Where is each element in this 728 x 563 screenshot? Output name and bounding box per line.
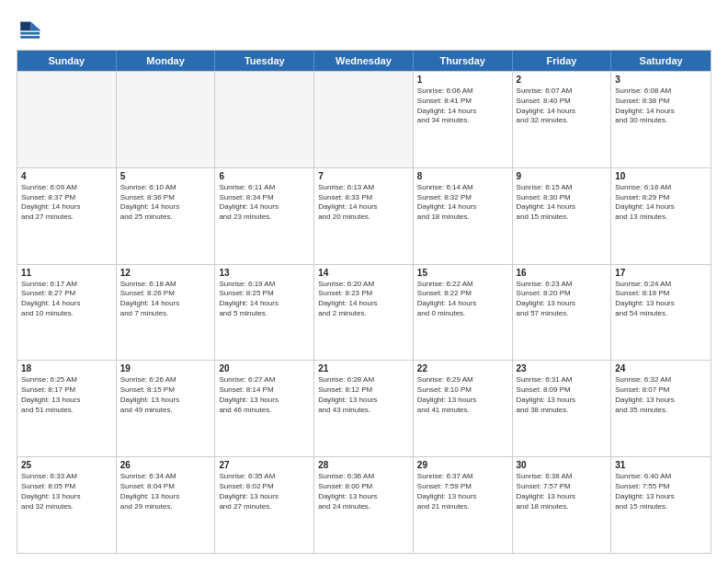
header-day-thursday: Thursday	[414, 51, 513, 71]
empty-cell-0-1	[117, 72, 216, 167]
day-info: Sunrise: 6:24 AM Sunset: 8:18 PM Dayligh…	[615, 280, 707, 319]
day-cell-10: 10Sunrise: 6:16 AM Sunset: 8:29 PM Dayli…	[611, 168, 711, 264]
day-number: 26	[120, 460, 211, 470]
day-info: Sunrise: 6:32 AM Sunset: 8:07 PM Dayligh…	[615, 375, 707, 415]
day-number: 30	[517, 460, 608, 470]
day-cell-29: 29Sunrise: 6:37 AM Sunset: 7:59 PM Dayli…	[414, 457, 513, 553]
day-info: Sunrise: 6:11 AM Sunset: 8:34 PM Dayligh…	[219, 183, 310, 223]
header-day-sunday: Sunday	[17, 51, 117, 71]
calendar-row-4: 25Sunrise: 6:33 AM Sunset: 8:05 PM Dayli…	[17, 456, 711, 553]
day-number: 17	[615, 268, 707, 278]
day-cell-30: 30Sunrise: 6:38 AM Sunset: 7:57 PM Dayli…	[513, 457, 612, 553]
day-number: 18	[21, 363, 112, 373]
empty-cell-0-2	[215, 72, 314, 167]
day-cell-20: 20Sunrise: 6:27 AM Sunset: 8:14 PM Dayli…	[215, 361, 314, 456]
day-info: Sunrise: 6:33 AM Sunset: 8:05 PM Dayligh…	[21, 472, 112, 511]
day-cell-16: 16Sunrise: 6:23 AM Sunset: 8:20 PM Dayli…	[513, 265, 612, 361]
day-number: 9	[517, 171, 608, 181]
day-cell-19: 19Sunrise: 6:26 AM Sunset: 8:15 PM Dayli…	[117, 361, 216, 456]
day-info: Sunrise: 6:10 AM Sunset: 8:36 PM Dayligh…	[120, 183, 211, 223]
calendar-row-2: 11Sunrise: 6:17 AM Sunset: 8:27 PM Dayli…	[17, 264, 711, 361]
logo	[17, 17, 46, 42]
day-cell-4: 4Sunrise: 6:09 AM Sunset: 8:37 PM Daylig…	[17, 168, 117, 264]
day-number: 25	[21, 460, 112, 470]
day-info: Sunrise: 6:38 AM Sunset: 7:57 PM Dayligh…	[517, 472, 608, 511]
day-info: Sunrise: 6:34 AM Sunset: 8:04 PM Dayligh…	[120, 472, 211, 511]
day-number: 23	[517, 363, 608, 373]
calendar-header: SundayMondayTuesdayWednesdayThursdayFrid…	[17, 51, 711, 71]
day-cell-23: 23Sunrise: 6:31 AM Sunset: 8:09 PM Dayli…	[513, 361, 612, 456]
day-number: 27	[219, 460, 310, 470]
day-number: 22	[417, 363, 508, 373]
day-info: Sunrise: 6:08 AM Sunset: 8:38 PM Dayligh…	[615, 86, 707, 126]
day-info: Sunrise: 6:14 AM Sunset: 8:32 PM Dayligh…	[417, 183, 508, 223]
day-info: Sunrise: 6:23 AM Sunset: 8:20 PM Dayligh…	[517, 280, 608, 319]
day-cell-27: 27Sunrise: 6:35 AM Sunset: 8:02 PM Dayli…	[215, 457, 314, 553]
day-cell-11: 11Sunrise: 6:17 AM Sunset: 8:27 PM Dayli…	[17, 265, 117, 361]
day-cell-9: 9Sunrise: 6:15 AM Sunset: 8:30 PM Daylig…	[513, 168, 612, 264]
day-cell-12: 12Sunrise: 6:18 AM Sunset: 8:26 PM Dayli…	[117, 265, 216, 361]
day-cell-6: 6Sunrise: 6:11 AM Sunset: 8:34 PM Daylig…	[215, 168, 314, 264]
day-number: 31	[615, 460, 707, 470]
day-cell-18: 18Sunrise: 6:25 AM Sunset: 8:17 PM Dayli…	[17, 361, 117, 456]
day-number: 8	[417, 171, 508, 181]
day-cell-7: 7Sunrise: 6:13 AM Sunset: 8:33 PM Daylig…	[314, 168, 414, 264]
svg-rect-3	[20, 32, 40, 35]
day-number: 6	[219, 171, 310, 181]
day-number: 5	[120, 171, 211, 181]
day-number: 21	[318, 363, 409, 373]
day-info: Sunrise: 6:29 AM Sunset: 8:10 PM Dayligh…	[417, 375, 508, 415]
svg-rect-4	[20, 36, 40, 39]
day-info: Sunrise: 6:07 AM Sunset: 8:40 PM Dayligh…	[517, 86, 608, 126]
day-cell-5: 5Sunrise: 6:10 AM Sunset: 8:36 PM Daylig…	[117, 168, 216, 264]
day-cell-17: 17Sunrise: 6:24 AM Sunset: 8:18 PM Dayli…	[611, 265, 711, 361]
day-cell-31: 31Sunrise: 6:40 AM Sunset: 7:55 PM Dayli…	[611, 457, 711, 553]
header-day-saturday: Saturday	[611, 51, 711, 71]
day-info: Sunrise: 6:06 AM Sunset: 8:41 PM Dayligh…	[417, 86, 508, 126]
calendar-row-0: 1Sunrise: 6:06 AM Sunset: 8:41 PM Daylig…	[17, 71, 711, 167]
logo-icon	[17, 17, 42, 42]
day-number: 29	[417, 460, 508, 470]
header-day-monday: Monday	[117, 51, 216, 71]
day-number: 20	[219, 363, 310, 373]
day-number: 11	[21, 268, 112, 278]
day-cell-25: 25Sunrise: 6:33 AM Sunset: 8:05 PM Dayli…	[17, 457, 117, 553]
day-cell-8: 8Sunrise: 6:14 AM Sunset: 8:32 PM Daylig…	[414, 168, 513, 264]
day-cell-14: 14Sunrise: 6:20 AM Sunset: 8:23 PM Dayli…	[314, 265, 414, 361]
day-info: Sunrise: 6:26 AM Sunset: 8:15 PM Dayligh…	[120, 375, 211, 415]
day-info: Sunrise: 6:16 AM Sunset: 8:29 PM Dayligh…	[615, 183, 707, 223]
page: SundayMondayTuesdayWednesdayThursdayFrid…	[0, 0, 728, 563]
empty-cell-0-0	[17, 72, 117, 167]
day-cell-2: 2Sunrise: 6:07 AM Sunset: 8:40 PM Daylig…	[513, 72, 612, 167]
day-number: 15	[417, 268, 508, 278]
day-number: 10	[615, 171, 707, 181]
calendar-row-1: 4Sunrise: 6:09 AM Sunset: 8:37 PM Daylig…	[17, 167, 711, 264]
day-info: Sunrise: 6:19 AM Sunset: 8:25 PM Dayligh…	[219, 280, 310, 319]
day-number: 3	[615, 75, 707, 85]
day-cell-21: 21Sunrise: 6:28 AM Sunset: 8:12 PM Dayli…	[314, 361, 414, 456]
day-info: Sunrise: 6:40 AM Sunset: 7:55 PM Dayligh…	[615, 472, 707, 511]
calendar: SundayMondayTuesdayWednesdayThursdayFrid…	[17, 50, 711, 554]
day-info: Sunrise: 6:13 AM Sunset: 8:33 PM Dayligh…	[318, 183, 409, 223]
day-info: Sunrise: 6:35 AM Sunset: 8:02 PM Dayligh…	[219, 472, 310, 511]
day-info: Sunrise: 6:28 AM Sunset: 8:12 PM Dayligh…	[318, 375, 409, 415]
calendar-body: 1Sunrise: 6:06 AM Sunset: 8:41 PM Daylig…	[17, 71, 711, 553]
svg-rect-2	[20, 22, 30, 31]
empty-cell-0-3	[314, 72, 414, 167]
day-info: Sunrise: 6:20 AM Sunset: 8:23 PM Dayligh…	[318, 280, 409, 319]
day-info: Sunrise: 6:22 AM Sunset: 8:22 PM Dayligh…	[417, 280, 508, 319]
day-number: 28	[318, 460, 409, 470]
day-number: 13	[219, 268, 310, 278]
header	[17, 17, 711, 42]
header-day-tuesday: Tuesday	[215, 51, 314, 71]
day-cell-22: 22Sunrise: 6:29 AM Sunset: 8:10 PM Dayli…	[414, 361, 513, 456]
day-number: 2	[517, 75, 608, 85]
header-day-wednesday: Wednesday	[314, 51, 414, 71]
day-info: Sunrise: 6:17 AM Sunset: 8:27 PM Dayligh…	[21, 280, 112, 319]
day-number: 16	[517, 268, 608, 278]
day-info: Sunrise: 6:18 AM Sunset: 8:26 PM Dayligh…	[120, 280, 211, 319]
day-cell-28: 28Sunrise: 6:36 AM Sunset: 8:00 PM Dayli…	[314, 457, 414, 553]
day-info: Sunrise: 6:15 AM Sunset: 8:30 PM Dayligh…	[517, 183, 608, 223]
day-cell-26: 26Sunrise: 6:34 AM Sunset: 8:04 PM Dayli…	[117, 457, 216, 553]
day-cell-24: 24Sunrise: 6:32 AM Sunset: 8:07 PM Dayli…	[611, 361, 711, 456]
